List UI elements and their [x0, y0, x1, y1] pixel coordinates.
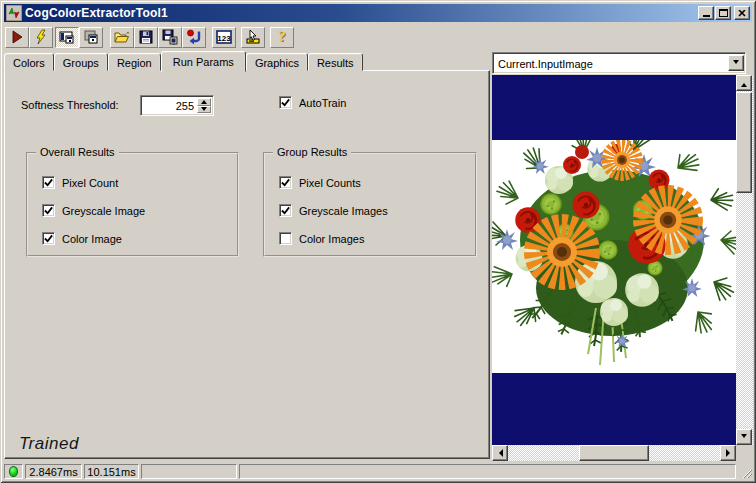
image-display-panel	[492, 75, 753, 461]
run-time-value: 2.8467ms	[29, 466, 77, 478]
play-icon	[9, 29, 25, 45]
tab-label: Colors	[13, 57, 45, 69]
question-mark-icon: ? ?	[274, 29, 290, 45]
tab-region[interactable]: Region	[108, 53, 161, 71]
open-file-button[interactable]	[110, 27, 134, 48]
vertical-scroll-thumb[interactable]	[736, 92, 752, 193]
color-images-checkbox[interactable]	[279, 232, 292, 245]
reset-arrow-icon	[186, 29, 202, 45]
record-selector-value[interactable]: Current.InputImage	[493, 57, 728, 70]
status-message-panel	[239, 464, 736, 479]
softness-threshold-spinner[interactable]: 255	[140, 95, 214, 116]
horizontal-scrollbar[interactable]	[492, 445, 736, 461]
status-led-icon	[9, 466, 18, 477]
softness-threshold-input[interactable]: 255	[141, 96, 197, 115]
pixel-counts-label[interactable]: Pixel Counts	[299, 177, 361, 189]
vertical-scrollbar[interactable]	[736, 75, 753, 445]
tab-groups[interactable]: Groups	[54, 53, 108, 71]
check-icon	[44, 178, 53, 187]
check-icon	[281, 98, 290, 107]
spin-down-button[interactable]	[197, 106, 211, 114]
status-bar: 2.8467ms 10.151ms	[4, 461, 752, 479]
minimize-button[interactable]	[698, 6, 714, 20]
electrode-button[interactable]	[241, 27, 265, 48]
pixel-counts-checkbox[interactable]	[279, 176, 292, 189]
close-icon	[738, 10, 746, 17]
app-icon	[6, 5, 22, 21]
scroll-down-button[interactable]	[736, 429, 752, 445]
greyscale-images-row[interactable]: Greyscale Images	[279, 204, 388, 217]
total-time-panel: 10.151ms	[84, 464, 139, 479]
spin-up-button[interactable]	[197, 98, 211, 106]
greyscale-image-checkbox[interactable]	[42, 204, 55, 217]
autotrain-checkbox[interactable]	[279, 96, 292, 109]
down-arrow-icon	[741, 434, 747, 441]
train-button[interactable]	[29, 27, 53, 48]
maximize-button[interactable]	[715, 6, 731, 20]
help-button[interactable]: ? ?	[270, 27, 294, 48]
tab-strip: Colors Groups Region Run Params Graphics…	[4, 51, 363, 72]
overall-results-groupbox: Overall Results Pixel Count Greyscale Im…	[26, 152, 239, 257]
run-button[interactable]	[5, 27, 29, 48]
reset-button[interactable]	[182, 27, 206, 48]
tab-label: Groups	[63, 57, 99, 69]
spinner-buttons	[197, 96, 213, 115]
tab-run-params[interactable]: Run Params	[161, 51, 246, 72]
greyscale-image-row[interactable]: Greyscale Image	[42, 204, 145, 217]
input-image-display[interactable]	[492, 75, 736, 445]
greyscale-images-checkbox[interactable]	[279, 204, 292, 217]
tab-graphics[interactable]: Graphics	[246, 53, 308, 71]
trained-state-label: Trained	[19, 434, 79, 454]
autotrain-checkbox-row[interactable]: AutoTrain	[279, 96, 346, 109]
pixel-count-row[interactable]: Pixel Count	[42, 176, 118, 189]
color-image-row[interactable]: Color Image	[42, 232, 122, 245]
lightning-icon	[33, 29, 49, 45]
check-icon	[281, 206, 290, 215]
tab-colors[interactable]: Colors	[4, 53, 54, 71]
color-images-label[interactable]: Color Images	[299, 233, 364, 245]
pixel-counts-row[interactable]: Pixel Counts	[279, 176, 361, 189]
combobox-drop-button[interactable]	[728, 55, 744, 71]
overall-results-title: Overall Results	[36, 146, 119, 158]
up-arrow-icon	[741, 80, 747, 87]
greyscale-image-label[interactable]: Greyscale Image	[62, 205, 145, 217]
autotrain-label[interactable]: AutoTrain	[299, 97, 346, 109]
toolbar: 123 ? ?	[5, 26, 294, 48]
minimize-icon	[703, 15, 710, 17]
softness-threshold-label: Softness Threshold:	[21, 99, 119, 111]
image-white-background	[492, 140, 736, 373]
app-window: CogColorExtractorTool1	[0, 0, 756, 483]
greyscale-images-label[interactable]: Greyscale Images	[299, 205, 388, 217]
color-images-row[interactable]: Color Images	[279, 232, 364, 245]
check-icon	[44, 234, 53, 243]
group-results-title: Group Results	[273, 146, 351, 158]
resize-grip[interactable]	[739, 466, 752, 479]
up-arrow-icon	[201, 97, 207, 104]
right-arrow-icon	[726, 449, 734, 457]
tab-label: Graphics	[255, 57, 299, 69]
pixel-count-label[interactable]: Pixel Count	[62, 177, 118, 189]
titlebar[interactable]: CogColorExtractorTool1	[4, 4, 752, 22]
flower-bouquet-image	[492, 140, 736, 373]
horizontal-scroll-thumb[interactable]	[579, 445, 649, 461]
record-selector-combobox[interactable]: Current.InputImage	[492, 52, 746, 74]
save-button[interactable]	[134, 27, 158, 48]
group-results-groupbox: Group Results Pixel Counts Greyscale Ima…	[263, 152, 477, 257]
scroll-up-button[interactable]	[736, 75, 752, 91]
show-tool-window-button[interactable]	[55, 27, 79, 48]
close-button[interactable]	[734, 6, 750, 20]
show-values-button[interactable]: 123	[212, 27, 236, 48]
pixel-count-checkbox[interactable]	[42, 176, 55, 189]
scroll-left-button[interactable]	[492, 445, 508, 461]
run-params-panel: Softness Threshold: 255 AutoTrain Overal…	[4, 70, 490, 459]
save-as-button[interactable]	[158, 27, 182, 48]
scroll-right-button[interactable]	[720, 445, 736, 461]
pointer-ruler-icon	[245, 29, 261, 45]
color-image-label[interactable]: Color Image	[62, 233, 122, 245]
tab-results[interactable]: Results	[308, 53, 363, 71]
tool-window-icon	[59, 29, 75, 45]
color-image-checkbox[interactable]	[42, 232, 55, 245]
float-tool-window-button[interactable]	[79, 27, 103, 48]
window-title: CogColorExtractorTool1	[25, 6, 697, 20]
tab-label: Results	[317, 57, 354, 69]
